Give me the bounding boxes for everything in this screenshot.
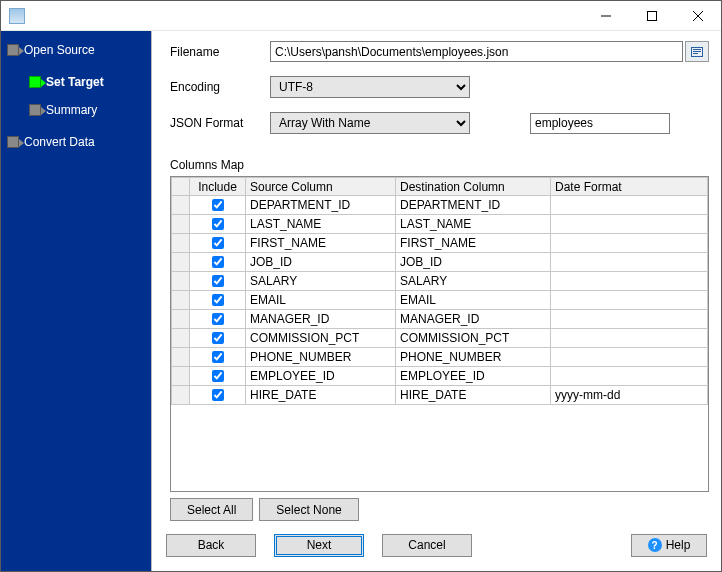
table-row[interactable]: MANAGER_IDMANAGER_ID <box>172 310 708 329</box>
row-header[interactable] <box>172 291 190 310</box>
table-row[interactable]: HIRE_DATEHIRE_DATEyyyy-mm-dd <box>172 386 708 405</box>
cell-source[interactable]: HIRE_DATE <box>246 386 396 405</box>
cell-include[interactable] <box>190 348 246 367</box>
col-source[interactable]: Source Column <box>246 178 396 196</box>
col-date-format[interactable]: Date Format <box>551 178 708 196</box>
cell-date-format[interactable] <box>551 367 708 386</box>
step-open-source[interactable]: Open Source <box>1 39 151 61</box>
include-checkbox[interactable] <box>212 218 224 230</box>
close-button[interactable] <box>675 1 721 31</box>
cell-include[interactable] <box>190 215 246 234</box>
cell-date-format[interactable] <box>551 291 708 310</box>
cell-include[interactable] <box>190 196 246 215</box>
minimize-button[interactable] <box>583 1 629 31</box>
include-checkbox[interactable] <box>212 370 224 382</box>
table-row[interactable]: PHONE_NUMBERPHONE_NUMBER <box>172 348 708 367</box>
cell-source[interactable]: LAST_NAME <box>246 215 396 234</box>
cell-destination[interactable]: JOB_ID <box>396 253 551 272</box>
table-row[interactable]: DEPARTMENT_IDDEPARTMENT_ID <box>172 196 708 215</box>
cell-date-format[interactable] <box>551 234 708 253</box>
select-all-button[interactable]: Select All <box>170 498 253 521</box>
table-row[interactable]: EMAILEMAIL <box>172 291 708 310</box>
row-header[interactable] <box>172 253 190 272</box>
include-checkbox[interactable] <box>212 199 224 211</box>
include-checkbox[interactable] <box>212 237 224 249</box>
cell-destination[interactable]: EMAIL <box>396 291 551 310</box>
array-name-input[interactable] <box>530 113 670 134</box>
cell-date-format[interactable] <box>551 253 708 272</box>
row-header[interactable] <box>172 310 190 329</box>
help-button[interactable]: ?Help <box>631 534 707 557</box>
cell-source[interactable]: EMPLOYEE_ID <box>246 367 396 386</box>
cell-include[interactable] <box>190 272 246 291</box>
row-header[interactable] <box>172 329 190 348</box>
sidebar: Open Source Set Target Summary Convert D… <box>1 31 151 571</box>
include-checkbox[interactable] <box>212 389 224 401</box>
row-header[interactable] <box>172 234 190 253</box>
cell-destination[interactable]: PHONE_NUMBER <box>396 348 551 367</box>
row-header[interactable] <box>172 215 190 234</box>
row-header[interactable] <box>172 196 190 215</box>
include-checkbox[interactable] <box>212 332 224 344</box>
cell-include[interactable] <box>190 253 246 272</box>
cell-include[interactable] <box>190 291 246 310</box>
col-include[interactable]: Include <box>190 178 246 196</box>
include-checkbox[interactable] <box>212 275 224 287</box>
json-format-select[interactable]: Array With Name <box>270 112 470 134</box>
cell-date-format[interactable]: yyyy-mm-dd <box>551 386 708 405</box>
cell-date-format[interactable] <box>551 329 708 348</box>
row-header[interactable] <box>172 348 190 367</box>
cell-destination[interactable]: COMMISSION_PCT <box>396 329 551 348</box>
cell-source[interactable]: DEPARTMENT_ID <box>246 196 396 215</box>
include-checkbox[interactable] <box>212 313 224 325</box>
table-row[interactable]: SALARYSALARY <box>172 272 708 291</box>
include-checkbox[interactable] <box>212 351 224 363</box>
cell-destination[interactable]: DEPARTMENT_ID <box>396 196 551 215</box>
next-button[interactable]: Next <box>274 534 364 557</box>
maximize-button[interactable] <box>629 1 675 31</box>
select-none-button[interactable]: Select None <box>259 498 358 521</box>
encoding-select[interactable]: UTF-8 <box>270 76 470 98</box>
step-convert-data[interactable]: Convert Data <box>1 131 151 153</box>
table-row[interactable]: LAST_NAMELAST_NAME <box>172 215 708 234</box>
cell-source[interactable]: PHONE_NUMBER <box>246 348 396 367</box>
cancel-button[interactable]: Cancel <box>382 534 472 557</box>
include-checkbox[interactable] <box>212 294 224 306</box>
cell-include[interactable] <box>190 386 246 405</box>
back-button[interactable]: Back <box>166 534 256 557</box>
step-set-target[interactable]: Set Target <box>1 71 151 93</box>
cell-source[interactable]: SALARY <box>246 272 396 291</box>
cell-destination[interactable]: HIRE_DATE <box>396 386 551 405</box>
cell-date-format[interactable] <box>551 310 708 329</box>
cell-destination[interactable]: FIRST_NAME <box>396 234 551 253</box>
filename-input[interactable] <box>270 41 683 62</box>
table-row[interactable]: EMPLOYEE_IDEMPLOYEE_ID <box>172 367 708 386</box>
step-summary[interactable]: Summary <box>1 99 151 121</box>
table-row[interactable]: COMMISSION_PCTCOMMISSION_PCT <box>172 329 708 348</box>
row-header[interactable] <box>172 386 190 405</box>
row-header[interactable] <box>172 272 190 291</box>
cell-include[interactable] <box>190 310 246 329</box>
cell-destination[interactable]: MANAGER_ID <box>396 310 551 329</box>
include-checkbox[interactable] <box>212 256 224 268</box>
cell-date-format[interactable] <box>551 348 708 367</box>
cell-destination[interactable]: SALARY <box>396 272 551 291</box>
cell-date-format[interactable] <box>551 272 708 291</box>
table-row[interactable]: FIRST_NAMEFIRST_NAME <box>172 234 708 253</box>
cell-include[interactable] <box>190 234 246 253</box>
cell-destination[interactable]: LAST_NAME <box>396 215 551 234</box>
cell-source[interactable]: JOB_ID <box>246 253 396 272</box>
cell-source[interactable]: COMMISSION_PCT <box>246 329 396 348</box>
cell-source[interactable]: MANAGER_ID <box>246 310 396 329</box>
cell-include[interactable] <box>190 367 246 386</box>
cell-source[interactable]: EMAIL <box>246 291 396 310</box>
table-row[interactable]: JOB_IDJOB_ID <box>172 253 708 272</box>
cell-date-format[interactable] <box>551 196 708 215</box>
row-header[interactable] <box>172 367 190 386</box>
cell-date-format[interactable] <box>551 215 708 234</box>
browse-button[interactable] <box>685 41 709 62</box>
cell-source[interactable]: FIRST_NAME <box>246 234 396 253</box>
col-destination[interactable]: Destination Column <box>396 178 551 196</box>
cell-include[interactable] <box>190 329 246 348</box>
cell-destination[interactable]: EMPLOYEE_ID <box>396 367 551 386</box>
